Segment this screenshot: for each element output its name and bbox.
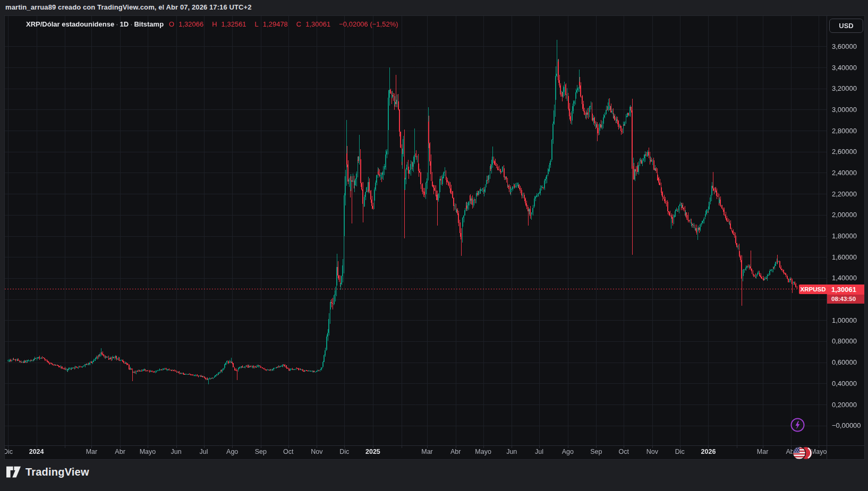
time-tick-month-label: Sep	[255, 448, 267, 455]
price-tick-label: 0,20000	[832, 401, 857, 409]
attribution-text: martin_arrua89 creado con TradingView.co…	[5, 3, 252, 11]
time-tick-month-label: Jul	[535, 448, 543, 455]
exchange-label: Bitstamp	[134, 20, 164, 28]
time-tick-month-label: Mar	[86, 448, 98, 455]
time-tick-month-label: Oct	[283, 448, 293, 455]
time-tick-month-label: Mayo	[475, 448, 491, 455]
last-price-badge: 1,30061	[827, 285, 865, 295]
interval-label[interactable]: 1D	[120, 20, 129, 28]
high-value: 1,32561	[222, 20, 246, 28]
time-tick-month-label: Oct	[619, 448, 629, 455]
open-value: 1,32066	[178, 20, 203, 28]
time-tick-year-label: 2026	[701, 448, 716, 455]
price-tick-label: 1,00000	[832, 316, 857, 324]
time-tick-month-label: Dic	[4, 448, 13, 455]
chart-legend: XRP/Dólar estadounidense·1D·BitstampO1,3…	[26, 20, 403, 28]
time-tick-month-label: Dic	[339, 448, 349, 455]
price-tick-label: 2,60000	[832, 148, 857, 156]
time-tick-month-label: Jun	[506, 448, 517, 455]
price-tick-label: 1,60000	[832, 253, 857, 261]
time-tick-month-label: Nov	[646, 448, 658, 455]
lightning-icon[interactable]	[790, 418, 805, 434]
us-flag-icon[interactable]	[792, 446, 815, 460]
open-label: O	[169, 20, 174, 28]
price-tick-label: 3,60000	[832, 42, 857, 50]
price-tick-label: 2,40000	[832, 169, 857, 177]
high-label: H	[212, 20, 217, 28]
currency-usd-button[interactable]: USD	[829, 19, 863, 33]
time-tick-month-label: Nov	[311, 448, 322, 455]
low-label: L	[255, 20, 259, 28]
ohlc-values: O1,32066H1,32561L1,29478C1,30061−0,02006…	[169, 20, 402, 28]
candlestick-chart[interactable]	[5, 16, 864, 459]
price-tick-label: 1,80000	[832, 232, 857, 240]
time-tick-month-label: Dic	[675, 448, 685, 455]
price-tick-label: 3,00000	[832, 106, 857, 114]
tradingview-logo[interactable]: TradingView	[6, 466, 89, 478]
symbol-title[interactable]: XRP/Dólar estadounidense	[26, 20, 114, 28]
price-line-symbol-badge: XRPUSD	[799, 285, 827, 294]
legend-separator: ·	[114, 20, 120, 28]
price-tick-label: 3,40000	[832, 64, 857, 72]
price-tick-label: 2,00000	[832, 211, 857, 219]
low-value: 1,29478	[263, 20, 288, 28]
time-tick-month-label: Abr	[450, 448, 461, 455]
tradingview-screenshot: martin_arrua89 creado con TradingView.co…	[0, 0, 868, 491]
time-tick-month-label: Mar	[757, 448, 769, 455]
time-tick-year-label: 2024	[29, 448, 44, 455]
close-label: C	[296, 20, 301, 28]
price-tick-label: 1,40000	[832, 274, 857, 282]
time-tick-month-label: Ago	[562, 448, 574, 455]
close-value: 1,30061	[305, 20, 330, 28]
change-value: −0,02006 (−1,52%)	[339, 20, 398, 28]
price-tick-label: 0,40000	[832, 380, 857, 387]
price-tick-label: 0,80000	[832, 337, 857, 345]
legend-separator2: ·	[129, 20, 134, 28]
bar-countdown-badge: 08:43:50	[827, 295, 865, 304]
time-tick-month-label: Ago	[226, 448, 238, 455]
time-tick-month-label: Jun	[171, 448, 182, 455]
price-tick-label: −0,00000	[832, 421, 861, 429]
tradingview-logo-icon	[6, 466, 21, 478]
time-tick-month-label: Jul	[200, 448, 208, 455]
time-tick-month-label: Mayo	[140, 448, 156, 455]
price-tick-label: 3,20000	[832, 84, 857, 92]
price-tick-label: 0,60000	[832, 358, 857, 366]
price-tick-label: 2,20000	[832, 190, 857, 198]
chart-widget: XRP/Dólar estadounidense·1D·BitstampO1,3…	[4, 15, 865, 460]
price-tick-label: 2,80000	[832, 127, 857, 135]
time-tick-month-label: Mar	[421, 448, 433, 455]
tradingview-logo-text: TradingView	[25, 466, 89, 478]
time-tick-month-label: Sep	[590, 448, 602, 455]
time-tick-month-label: Abr	[115, 448, 125, 455]
time-tick-year-label: 2025	[365, 448, 380, 455]
